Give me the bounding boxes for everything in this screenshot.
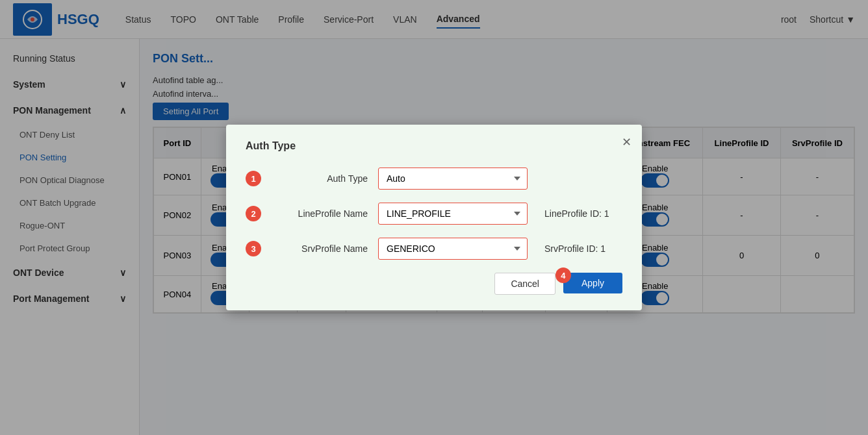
modal-title: Auth Type	[246, 140, 622, 152]
srv-profile-select[interactable]: GENERICO	[378, 238, 528, 260]
line-profile-row: 2 LineProfile Name LINE_PROFILE LineProf…	[246, 203, 622, 225]
badge-2-container: 2	[246, 206, 266, 221]
srv-profile-row: 3 SrvProfile Name GENERICO SrvProfile ID…	[246, 238, 622, 260]
apply-button[interactable]: Apply	[563, 273, 622, 293]
srv-profile-label: SrvProfile Name	[277, 243, 368, 254]
step-badge-1: 1	[246, 171, 261, 186]
auth-type-label: Auth Type	[277, 173, 368, 184]
apply-button-wrap: 4 Apply	[563, 273, 622, 295]
auth-type-select[interactable]: Auto Manual Physical-ID Password Loid-Pa…	[378, 168, 528, 190]
step-badge-4: 4	[555, 267, 571, 283]
srv-profile-id-label: SrvProfile ID: 1	[544, 243, 606, 254]
cancel-button[interactable]: Cancel	[494, 273, 555, 295]
badge-3-container: 3	[246, 241, 266, 256]
line-profile-select[interactable]: LINE_PROFILE	[378, 203, 528, 225]
line-profile-label: LineProfile Name	[277, 208, 368, 219]
step-badge-2: 2	[246, 206, 261, 221]
auth-type-modal: Auth Type ✕ 1 Auth Type Auto Manual Phys…	[226, 125, 642, 310]
line-profile-id-label: LineProfile ID: 1	[544, 208, 609, 219]
step-badge-3: 3	[246, 241, 261, 256]
modal-close-button[interactable]: ✕	[622, 135, 632, 149]
modal-footer: Cancel 4 Apply	[246, 273, 622, 295]
modal-overlay: Auth Type ✕ 1 Auth Type Auto Manual Phys…	[0, 0, 868, 435]
badge-1-container: 1	[246, 171, 266, 186]
auth-type-row: 1 Auth Type Auto Manual Physical-ID Pass…	[246, 168, 622, 190]
